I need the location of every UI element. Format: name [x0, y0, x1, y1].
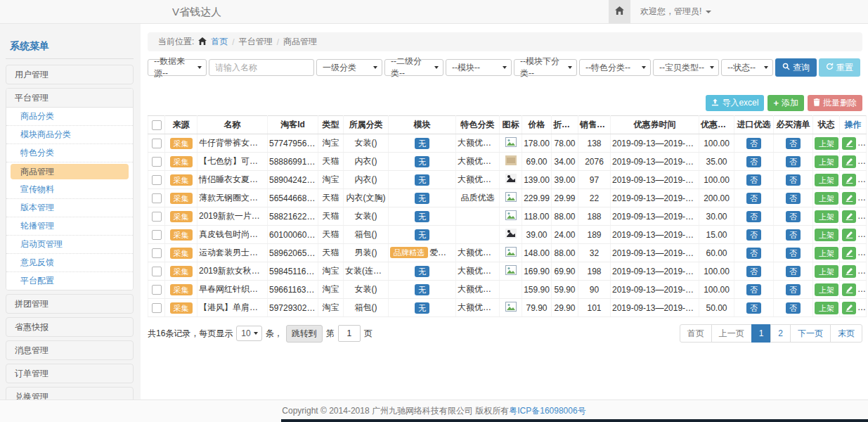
breadcrumb-item: 平台管理	[239, 36, 273, 48]
row-checkbox[interactable]	[152, 285, 162, 295]
status-badge: 上架	[815, 137, 838, 150]
sidebar-item[interactable]: 特色分类	[6, 144, 133, 162]
import-excel-button[interactable]: 导入excel	[706, 95, 764, 111]
status-badge: 上架	[815, 192, 838, 205]
filter-select[interactable]: --状态--	[721, 59, 773, 76]
product-type: 天猫	[318, 189, 344, 207]
user-menu[interactable]: 欢迎您，管理员!	[630, 0, 723, 23]
home-button[interactable]	[609, 0, 630, 23]
row-checkbox[interactable]	[152, 157, 162, 167]
must-buy-badge: 否	[786, 193, 801, 204]
page-button[interactable]: 首页	[680, 324, 712, 343]
sidebar-group-header[interactable]: 省惠快报	[6, 317, 134, 337]
row-checkbox[interactable]	[152, 248, 162, 258]
sidebar-item[interactable]: 模块商品分类	[6, 126, 133, 144]
sidebar-item[interactable]: 平台配置	[6, 272, 133, 290]
page-word-before: 第	[326, 328, 335, 340]
edit-button[interactable]	[842, 229, 856, 241]
sidebar-group: 订单管理	[6, 364, 134, 383]
filter-select[interactable]: --宝贝类型--	[653, 59, 719, 76]
row-checkbox[interactable]	[152, 175, 162, 185]
page-button[interactable]: 2	[770, 324, 791, 343]
filter-select[interactable]: --特色分类--	[579, 59, 651, 76]
sidebar-group-header[interactable]: 订单管理	[6, 364, 134, 383]
page-button[interactable]: 下一页	[790, 324, 831, 343]
row-checkbox[interactable]	[152, 303, 162, 313]
filter-select[interactable]: 一级分类	[316, 59, 382, 76]
module-badge: 无	[415, 174, 429, 186]
filter-select[interactable]: --模块下分类--	[514, 59, 577, 76]
taoke-id: 565446685867	[268, 189, 318, 207]
filter-select[interactable]: --数据来源--	[148, 59, 207, 76]
product-type: 天猫	[318, 244, 344, 262]
filter-select-label: --模块--	[452, 62, 480, 74]
coupon-amount: 35.00	[699, 153, 734, 171]
breadcrumb-home-link[interactable]: 首页	[211, 36, 228, 48]
operations-cell	[840, 207, 867, 226]
status-badge: 上架	[815, 302, 838, 314]
operations-cell	[840, 153, 867, 171]
row-checkbox[interactable]	[152, 212, 162, 222]
row-checkbox[interactable]	[152, 267, 162, 276]
sidebar-group-header[interactable]: 拼团管理	[6, 294, 134, 314]
edit-button[interactable]	[842, 174, 856, 186]
sidebar-item[interactable]: 轮播管理	[6, 217, 133, 236]
sidebar-group-header[interactable]: 平台管理	[6, 89, 133, 108]
name-search-input[interactable]	[209, 59, 314, 76]
icp-link[interactable]: 粤ICP备16098006号	[509, 406, 585, 416]
home-icon	[615, 6, 624, 17]
sidebar-item[interactable]: 宣传物料	[6, 181, 133, 199]
edit-button[interactable]	[842, 137, 856, 150]
batch-delete-button[interactable]: 批量删除	[808, 95, 862, 111]
row-checkbox[interactable]	[152, 193, 162, 203]
records-summary-text: 共16条记录，每页显示	[148, 328, 233, 340]
reset-button-label: 重置	[836, 62, 853, 74]
feature-category: 大额优惠券	[456, 171, 500, 189]
source-badge: 采集	[170, 284, 193, 295]
column-header-icon: 图标	[500, 116, 522, 134]
edit-button[interactable]	[842, 265, 856, 278]
upload-icon	[711, 98, 719, 108]
discount-price: 88.00	[552, 244, 578, 262]
edit-button[interactable]	[842, 283, 856, 296]
filter-select[interactable]: --模块--	[446, 59, 512, 76]
module-badge: 品牌精选	[390, 247, 428, 258]
page-button[interactable]: 上一页	[711, 324, 752, 343]
must-buy-badge: 否	[786, 266, 801, 277]
sidebar-group-header[interactable]: 用户管理	[6, 65, 134, 84]
product-image-icon	[505, 231, 517, 241]
sidebar-item[interactable]: 商品分类	[6, 108, 133, 126]
source-badge: 采集	[170, 156, 193, 167]
edit-button[interactable]	[842, 302, 856, 314]
sidebar-item[interactable]: 意见反馈	[6, 254, 133, 272]
top-header: V省钱达人 欢迎您，管理员!	[0, 0, 868, 24]
page-number-input[interactable]	[338, 325, 361, 342]
search-button[interactable]: 查询	[775, 58, 817, 77]
chevron-down-icon	[568, 66, 572, 69]
edit-button[interactable]	[842, 155, 856, 168]
source-badge: 采集	[170, 211, 193, 222]
row-checkbox[interactable]	[152, 139, 162, 148]
module-badge: 无	[415, 284, 429, 295]
add-button[interactable]: + 添加	[767, 95, 804, 111]
edit-button[interactable]	[842, 247, 856, 260]
breadcrumb-separator: /	[232, 37, 234, 47]
page-button[interactable]: 1	[751, 324, 772, 343]
sidebar-group-header[interactable]: 消息管理	[6, 340, 134, 360]
sales-count: 2076	[578, 153, 611, 171]
edit-button[interactable]	[842, 192, 856, 205]
edit-button[interactable]	[842, 210, 856, 223]
taoke-id: 597293020870	[268, 299, 318, 317]
sidebar-item[interactable]: 版本管理	[6, 199, 133, 217]
sidebar-item[interactable]: 启动页管理	[6, 236, 133, 254]
filter-select[interactable]: --二级分类--	[384, 59, 443, 76]
row-checkbox[interactable]	[152, 230, 162, 240]
product-type: 天猫	[318, 153, 344, 171]
per-page-select[interactable]: 10	[236, 326, 261, 341]
page-button[interactable]: 末页	[830, 324, 862, 343]
sidebar-item[interactable]: 商品管理	[11, 164, 129, 179]
reset-button[interactable]: 重置	[819, 58, 860, 77]
select-all-checkbox[interactable]	[152, 120, 162, 130]
jump-button[interactable]: 跳转到	[286, 325, 323, 343]
module-badge: 无	[415, 193, 429, 204]
